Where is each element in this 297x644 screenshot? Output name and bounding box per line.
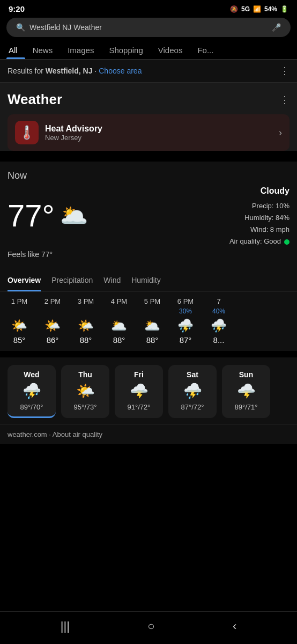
daily-day: Wed	[24, 370, 39, 379]
air-quality-label: Air quality: Good	[229, 236, 281, 247]
hourly-temp: 85°	[13, 335, 26, 345]
advisory-chevron-icon: ›	[279, 127, 282, 138]
daily-day: Fri	[134, 370, 144, 379]
daily-temps: 87°/72°	[181, 403, 204, 411]
daily-item-sat[interactable]: Sat ⛈️ 87°/72°	[168, 365, 217, 418]
nav-recents-button[interactable]: |||	[61, 619, 70, 633]
weather-more-icon[interactable]: ⋮	[280, 94, 289, 106]
weather-section: Weather ⋮ 🌡️ Heat Advisory New Jersey ›	[0, 83, 297, 151]
status-time: 9:20	[9, 4, 25, 13]
hourly-temp: 88°	[146, 335, 159, 345]
hourly-icon: 🌤️	[78, 318, 94, 333]
network-label: 5G	[241, 5, 250, 13]
hourly-temp: 86°	[47, 335, 59, 345]
current-weather-icon: 🌥️	[60, 202, 88, 229]
weather-title: Weather	[8, 91, 62, 108]
weather-header: Weather ⋮	[8, 91, 289, 108]
tab-videos[interactable]: Videos	[151, 41, 190, 59]
hourly-section: 1 PM 🌤️ 85° 2 PM 🌤️ 86° 3 PM 🌤️ 88° 4 PM…	[0, 292, 297, 351]
ov-tab-precipitation[interactable]: Precipitation	[51, 276, 93, 291]
advisory-subtitle: New Jersey	[45, 134, 272, 142]
nav-back-button[interactable]: ‹	[233, 619, 236, 633]
daily-icon: 🌩️	[237, 382, 256, 400]
temperature-value: 77°	[8, 200, 55, 231]
daily-scroll: Wed ⛈️ 89°/70° Thu 🌤️ 95°/73° Fri 🌩️ 91°…	[8, 365, 289, 418]
mic-icon[interactable]: 🎤	[272, 23, 281, 32]
hourly-icon: 🌥️	[111, 318, 127, 333]
daily-icon: 🌩️	[130, 382, 148, 400]
daily-temps: 91°/72°	[128, 403, 151, 411]
hourly-item-2pm[interactable]: 2 PM 🌤️ 86°	[41, 297, 64, 345]
hourly-item-4pm[interactable]: 4 PM 🌥️ 88°	[107, 297, 131, 345]
daily-item-thu[interactable]: Thu 🌤️ 95°/73°	[61, 365, 109, 418]
status-icons: 🔕 5G 📶 54% 🔋	[230, 5, 288, 13]
divider-2	[0, 351, 297, 354]
status-bar: 9:20 🔕 5G 📶 54% 🔋	[0, 0, 297, 16]
bottom-nav-bar: ||| ○ ‹	[0, 611, 297, 644]
daily-icon: ⛈️	[183, 382, 202, 400]
daily-section: Wed ⛈️ 89°/70° Thu 🌤️ 95°/73° Fri 🌩️ 91°…	[0, 357, 297, 425]
hourly-time: 2 PM	[44, 297, 61, 305]
ov-tab-wind[interactable]: Wind	[103, 276, 121, 291]
daily-item-sun[interactable]: Sun 🌩️ 89°/71°	[222, 365, 270, 418]
daily-icon: 🌤️	[76, 382, 95, 400]
hourly-time: 4 PM	[111, 297, 127, 305]
hourly-temp: 87°	[180, 335, 192, 345]
daily-day: Thu	[78, 370, 92, 379]
hourly-item-1pm[interactable]: 1 PM 🌤️ 85°	[8, 297, 31, 345]
humidity-value: Humidity: 84%	[229, 212, 289, 224]
tab-images[interactable]: Images	[60, 41, 101, 59]
hourly-item-5pm[interactable]: 5 PM 🌥️ 88°	[140, 297, 164, 345]
tab-shopping[interactable]: Shopping	[101, 41, 150, 59]
hourly-precip: 30%	[179, 308, 192, 316]
advisory-title: Heat Advisory	[45, 124, 272, 134]
overview-tabs: Overview Precipitation Wind Humidity	[0, 269, 297, 292]
hourly-item-6pm[interactable]: 6 PM 30% ⛈️ 87°	[174, 297, 197, 345]
daily-icon: ⛈️	[23, 382, 41, 400]
daily-item-wed[interactable]: Wed ⛈️ 89°/70°	[8, 365, 56, 418]
now-label: Now	[8, 170, 289, 181]
footer-link[interactable]: weather.com · About air quality	[0, 425, 297, 444]
daily-temps: 95°/73°	[74, 403, 97, 411]
bottom-spacer	[0, 444, 297, 487]
battery-label: 54%	[264, 5, 277, 13]
battery-icon: 🔋	[280, 5, 288, 13]
tab-all[interactable]: All	[6, 41, 25, 59]
tab-more[interactable]: Fo...	[190, 41, 221, 59]
hourly-icon: 🌤️	[44, 318, 61, 333]
ov-tab-humidity[interactable]: Humidity	[131, 276, 160, 291]
hourly-item-7pm[interactable]: 7 40% ⛈️ 8...	[207, 297, 231, 345]
advisory-text: Heat Advisory New Jersey	[45, 124, 272, 142]
daily-item-fri[interactable]: Fri 🌩️ 91°/72°	[115, 365, 163, 418]
hourly-icon: 🌥️	[144, 318, 160, 333]
nav-home-button[interactable]: ○	[147, 619, 154, 633]
hourly-temp: 88°	[80, 335, 92, 345]
hourly-icon: 🌤️	[11, 318, 27, 333]
choose-area-link[interactable]: Choose area	[99, 67, 142, 75]
condition-label: Cloudy	[229, 184, 289, 198]
hourly-item-3pm[interactable]: 3 PM 🌤️ 88°	[74, 297, 98, 345]
precip-value: Precip: 10%	[229, 200, 289, 212]
hourly-time: 3 PM	[78, 297, 94, 305]
wind-value: Wind: 8 mph	[229, 224, 289, 236]
hourly-time: 1 PM	[11, 297, 27, 305]
hourly-temp: 88°	[113, 335, 125, 345]
daily-day: Sun	[239, 370, 253, 379]
nav-tabs: All News Images Shopping Videos Fo...	[0, 37, 297, 60]
hourly-temp: 8...	[213, 335, 225, 345]
hourly-time: 7	[217, 297, 220, 305]
results-separator: ·	[94, 67, 96, 75]
tab-news[interactable]: News	[25, 41, 61, 59]
heat-advisory[interactable]: 🌡️ Heat Advisory New Jersey ›	[8, 114, 289, 151]
daily-temps: 89°/70°	[20, 403, 43, 411]
results-prefix: Results for	[8, 67, 43, 75]
daily-day: Sat	[187, 370, 198, 379]
hourly-icon: ⛈️	[211, 318, 227, 333]
thermometer-icon: 🌡️	[15, 121, 39, 144]
results-more-icon[interactable]: ⋮	[280, 65, 289, 77]
feels-like: Feels like 77°	[8, 250, 289, 259]
hourly-scroll: 1 PM 🌤️ 85° 2 PM 🌤️ 86° 3 PM 🌤️ 88° 4 PM…	[8, 297, 289, 345]
ov-tab-overview[interactable]: Overview	[8, 276, 41, 291]
air-quality-row: Air quality: Good	[229, 236, 289, 247]
search-bar[interactable]: 🔍 Westfield NJ Weather 🎤	[6, 18, 291, 37]
